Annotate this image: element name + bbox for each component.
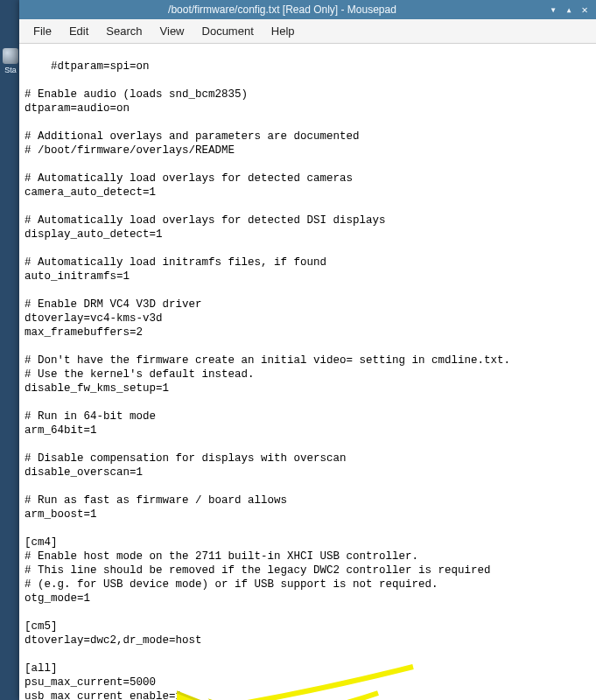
menu-help[interactable]: Help	[263, 21, 304, 41]
menubar: File Edit Search View Document Help	[19, 19, 596, 44]
titlebar[interactable]: /boot/firmware/config.txt [Read Only] - …	[19, 0, 596, 19]
window-title: /boot/firmware/config.txt [Read Only] - …	[19, 4, 545, 16]
file-content: #dtparam=spi=on # Enable audio (loads sn…	[25, 60, 510, 700]
menu-edit[interactable]: Edit	[60, 21, 97, 41]
menu-view[interactable]: View	[151, 21, 193, 41]
desktop-shortcut-label: Sta	[2, 66, 19, 74]
menu-search[interactable]: Search	[97, 21, 151, 41]
menu-file[interactable]: File	[25, 21, 60, 41]
menu-document[interactable]: Document	[193, 21, 263, 41]
maximize-button[interactable]: ▴	[561, 4, 577, 16]
close-button[interactable]: ✕	[577, 4, 592, 16]
text-editor-area[interactable]: #dtparam=spi=on # Enable audio (loads sn…	[19, 44, 596, 700]
minimize-button[interactable]: ▾	[545, 4, 561, 16]
mousepad-window: /boot/firmware/config.txt [Read Only] - …	[19, 0, 596, 700]
desktop-shortcut[interactable]: Sta	[2, 48, 19, 74]
desktop-shortcut-icon	[3, 48, 18, 64]
highlight-arrow-annotation	[177, 630, 439, 700]
